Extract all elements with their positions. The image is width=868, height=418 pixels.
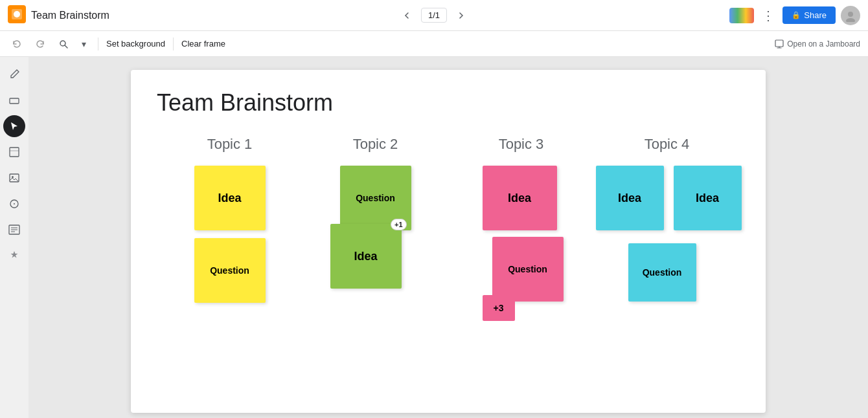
lock-icon: 🔒 bbox=[792, 11, 801, 19]
sticky-text: Idea bbox=[354, 250, 377, 263]
toolbar-divider-1 bbox=[98, 38, 98, 50]
next-page-button[interactable] bbox=[452, 8, 470, 23]
toolbar-right: Open on a Jamboard bbox=[774, 39, 860, 49]
clear-frame-button[interactable]: Clear frame bbox=[181, 39, 225, 49]
sticky-text: Question bbox=[210, 265, 249, 276]
canvas-area: Team Brainstorm Topic 1 Idea Question To… bbox=[29, 57, 868, 418]
pen-tool-button[interactable] bbox=[3, 63, 25, 85]
svg-rect-10 bbox=[10, 98, 19, 104]
open-on-jamboard-button[interactable]: Open on a Jamboard bbox=[774, 39, 860, 49]
topic-2-stickies: Question +1 Idea bbox=[330, 166, 421, 308]
sticky-idea-1[interactable]: Idea bbox=[194, 166, 266, 230]
topic-column-1: Topic 1 Idea Question bbox=[157, 136, 303, 303]
topic-column-3: Topic 3 Idea Question +3 bbox=[448, 136, 594, 321]
svg-rect-7 bbox=[775, 40, 783, 47]
svg-point-16 bbox=[14, 203, 15, 204]
share-label: Share bbox=[804, 10, 827, 20]
zoom-dropdown-button[interactable]: ▾ bbox=[78, 36, 90, 52]
sticky-idea-4a[interactable]: Idea bbox=[596, 166, 664, 230]
left-sidebar bbox=[0, 57, 29, 418]
sticky-idea-4b[interactable]: Idea bbox=[674, 166, 742, 230]
sticky-text: Question bbox=[356, 193, 395, 203]
topic-column-2: Topic 2 Question +1 Idea bbox=[303, 136, 448, 308]
collaborator-icon bbox=[729, 8, 754, 23]
sticky-question-3[interactable]: Question bbox=[492, 237, 564, 302]
top-bar: Team Brainstorm 1/1 ⋮ 🔒 Share bbox=[0, 0, 868, 31]
sticky-text: Question bbox=[643, 267, 682, 278]
laser-tool-button[interactable] bbox=[3, 245, 25, 267]
share-button[interactable]: 🔒 Share bbox=[782, 6, 836, 24]
page-nav: 1/1 bbox=[398, 8, 470, 23]
toolbar: ▾ Set background Clear frame Open on a J… bbox=[0, 31, 868, 57]
svg-line-6 bbox=[65, 45, 67, 48]
sticky-text: Idea bbox=[618, 192, 641, 205]
plus-badge-1: +1 bbox=[391, 219, 407, 230]
app-title: Team Brainstorm bbox=[31, 10, 729, 21]
top-right-actions: ⋮ 🔒 Share bbox=[729, 5, 860, 26]
sticky-text: Question bbox=[508, 264, 547, 274]
svg-point-14 bbox=[12, 176, 14, 178]
svg-point-3 bbox=[848, 12, 853, 17]
topic-column-4: Topic 4 Idea Idea Question bbox=[594, 136, 740, 321]
topic-1-label: Topic 1 bbox=[207, 136, 253, 153]
topic-2-label: Topic 2 bbox=[353, 136, 398, 153]
redo-button[interactable] bbox=[31, 36, 49, 52]
topic-4-label: Topic 4 bbox=[645, 136, 690, 153]
more-options-button[interactable]: ⋮ bbox=[759, 5, 777, 26]
prev-page-button[interactable] bbox=[398, 8, 416, 23]
undo-button[interactable] bbox=[8, 36, 26, 52]
topic-3-stickies: Idea Question +3 bbox=[476, 166, 567, 321]
user-avatar bbox=[841, 6, 860, 25]
zoom-button[interactable] bbox=[54, 36, 73, 52]
sticky-text: Idea bbox=[218, 192, 241, 205]
toolbar-divider-2 bbox=[173, 38, 174, 50]
sticky-text: Idea bbox=[508, 192, 531, 205]
whiteboard-title: Team Brainstorm bbox=[157, 89, 740, 116]
sticky-note-tool-button[interactable] bbox=[3, 141, 25, 163]
sticky-question-4[interactable]: Question bbox=[628, 243, 696, 302]
app-logo bbox=[8, 5, 26, 26]
select-tool-button[interactable] bbox=[3, 115, 25, 137]
page-indicator: 1/1 bbox=[421, 8, 447, 23]
sticky-idea-2[interactable]: +1 Idea bbox=[330, 224, 402, 289]
eraser-tool-button[interactable] bbox=[3, 89, 25, 111]
svg-rect-11 bbox=[10, 148, 19, 157]
open-jamboard-label: Open on a Jamboard bbox=[787, 39, 860, 49]
image-tool-button[interactable] bbox=[3, 167, 25, 189]
set-background-button[interactable]: Set background bbox=[106, 39, 165, 49]
sticky-question-1[interactable]: Question bbox=[194, 238, 266, 303]
text-tool-button[interactable] bbox=[3, 219, 25, 241]
svg-point-4 bbox=[846, 18, 855, 22]
topic-3-label: Topic 3 bbox=[499, 136, 544, 153]
topic-1-stickies: Idea Question bbox=[194, 166, 266, 303]
plus-badge-3: +3 bbox=[483, 295, 515, 321]
whiteboard: Team Brainstorm Topic 1 Idea Question To… bbox=[131, 70, 766, 413]
svg-point-2 bbox=[14, 11, 20, 17]
sticky-idea-3[interactable]: Idea bbox=[483, 166, 557, 230]
shape-tool-button[interactable] bbox=[3, 193, 25, 215]
sticky-text: Idea bbox=[696, 192, 719, 205]
topics-row: Topic 1 Idea Question Topic 2 Question bbox=[157, 136, 740, 321]
topic-4-stickies: Idea Idea Question bbox=[596, 166, 738, 321]
